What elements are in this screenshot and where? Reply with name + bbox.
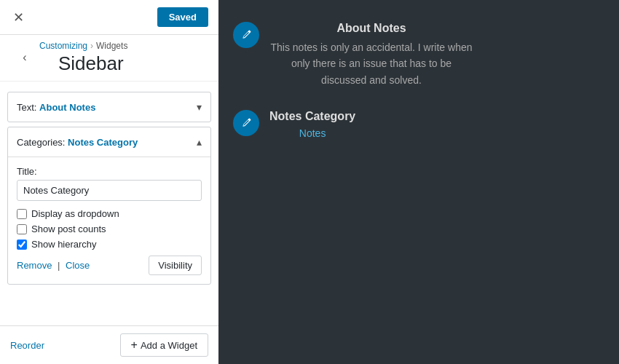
about-notes-content: About Notes This notes is only an accide…	[269, 22, 473, 88]
right-panel: About Notes This notes is only an accide…	[218, 0, 619, 364]
about-notes-body: This notes is only an accidental. I writ…	[269, 39, 473, 88]
categories-widget-title: Categories: Notes Category	[17, 137, 138, 148]
add-widget-label: Add a Widget	[141, 340, 197, 351]
text-widget-highlight: About Notes	[39, 102, 95, 113]
show-hierarchy-row: Show hierarchy	[17, 239, 202, 250]
close-link[interactable]: Close	[66, 260, 90, 271]
widget-actions: Remove | Close Visibility	[17, 256, 202, 275]
top-bar: ✕ Saved	[0, 0, 218, 35]
page-title: Sidebar	[39, 52, 208, 75]
title-label: Title:	[17, 166, 202, 177]
display-dropdown-checkbox[interactable]	[17, 209, 27, 219]
show-post-counts-checkbox[interactable]	[17, 224, 27, 234]
widgets-area: Text: About Notes ▾ Categories: Notes Ca…	[0, 82, 218, 325]
title-input[interactable]	[17, 180, 202, 201]
breadcrumb-separator: ›	[90, 41, 93, 51]
saved-button[interactable]: Saved	[157, 7, 208, 27]
display-dropdown-row: Display as dropdown	[17, 208, 202, 219]
breadcrumb-wrapper: ‹ Customizing › Widgets Sidebar	[0, 35, 218, 82]
notes-category-link[interactable]: Notes	[269, 127, 355, 139]
show-hierarchy-checkbox[interactable]	[17, 240, 27, 250]
categories-widget-toggle-icon: ▴	[197, 136, 202, 148]
categories-widget-prefix: Categories:	[17, 137, 65, 148]
close-button[interactable]: ✕	[10, 9, 27, 25]
categories-widget-body: Title: Display as dropdown Show post cou…	[8, 157, 210, 284]
categories-widget-highlight: Notes Category	[68, 137, 138, 148]
show-hierarchy-label: Show hierarchy	[31, 239, 97, 250]
add-widget-button[interactable]: + Add a Widget	[120, 333, 208, 357]
text-widget-toggle-icon: ▾	[197, 101, 202, 113]
notes-category-title: Notes Category	[269, 110, 355, 123]
show-post-counts-label: Show post counts	[31, 223, 106, 234]
breadcrumb: Customizing › Widgets	[39, 41, 208, 51]
text-widget: Text: About Notes ▾	[7, 92, 211, 122]
remove-link[interactable]: Remove	[17, 260, 52, 271]
edit-notes-category-button[interactable]	[233, 110, 259, 136]
notes-category-content: Notes Category Notes	[269, 110, 355, 139]
preview-area: About Notes This notes is only an accide…	[218, 0, 619, 154]
left-panel: ✕ Saved ‹ Customizing › Widgets Sidebar …	[0, 0, 218, 364]
plus-icon: +	[131, 339, 138, 351]
text-widget-header[interactable]: Text: About Notes ▾	[8, 92, 210, 122]
pencil-icon-2	[240, 117, 252, 129]
text-widget-title: Text: About Notes	[17, 102, 95, 113]
bottom-bar: Reorder + Add a Widget	[0, 325, 218, 364]
pencil-icon	[240, 29, 252, 41]
link-separator: |	[58, 260, 60, 271]
back-button[interactable]: ‹	[10, 41, 39, 74]
breadcrumb-parent[interactable]: Customizing	[39, 41, 87, 51]
visibility-button[interactable]: Visibility	[149, 256, 202, 275]
preview-notes-category: Notes Category Notes	[240, 110, 597, 139]
preview-about-notes: About Notes This notes is only an accide…	[240, 22, 597, 88]
categories-widget: Categories: Notes Category ▴ Title: Disp…	[7, 127, 211, 285]
edit-about-notes-button[interactable]	[233, 22, 259, 48]
widget-links: Remove | Close	[17, 260, 90, 271]
display-dropdown-label: Display as dropdown	[31, 208, 119, 219]
about-notes-title: About Notes	[269, 22, 473, 35]
text-widget-prefix: Text:	[17, 102, 36, 113]
breadcrumb-current: Widgets	[96, 41, 127, 51]
show-post-counts-row: Show post counts	[17, 223, 202, 234]
categories-widget-header[interactable]: Categories: Notes Category ▴	[8, 127, 210, 157]
reorder-button[interactable]: Reorder	[10, 340, 44, 351]
